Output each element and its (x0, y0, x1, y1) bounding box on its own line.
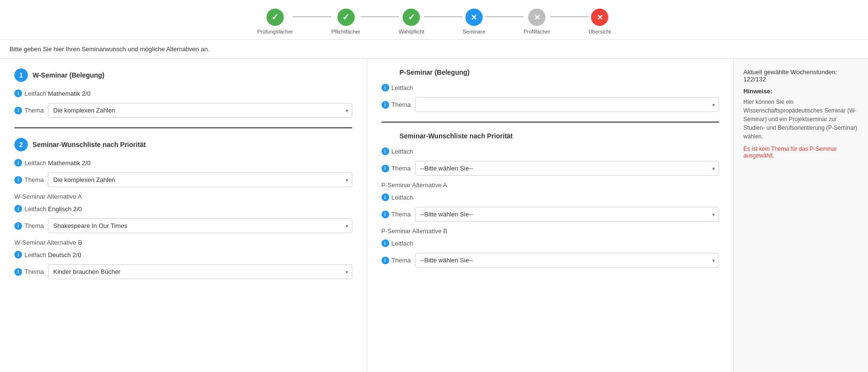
p-wunsch-thema-dropdown[interactable]: --Bitte wählen Sie-- ▾ (415, 161, 719, 176)
w-seminar-belegung-title: W-Seminar (Belegung) (33, 71, 104, 79)
w-alt-b-leitfach-value: Deutsch 2/0 (48, 251, 81, 259)
w-alt-a-thema-row: i Thema Shakespeare In Our Times ▾ (14, 218, 352, 233)
progress-bar: Prüfungsfächer Pflichtfächer Wahlpflicht… (0, 0, 868, 40)
connector-3 (424, 16, 463, 17)
step-circle-pruefungsfaecher (266, 9, 284, 26)
right-column: P-Seminar (Belegung) i Leitfach i Thema … (367, 59, 734, 372)
info-icon-w-leitfach[interactable]: i (14, 90, 22, 97)
w-alt-a-thema-select[interactable]: Shakespeare In Our Times (48, 218, 352, 233)
section-number-1: 1 (14, 68, 28, 82)
p-wunsch-thema-label: i Thema (382, 165, 415, 172)
info-icon-p-alta-leitfach[interactable]: i (382, 193, 389, 201)
check-icon-2 (342, 12, 349, 23)
info-icon-w-alta-thema[interactable]: i (14, 222, 22, 230)
p-alt-b-thema-select[interactable]: --Bitte wählen Sie-- (415, 253, 719, 268)
p-alt-b-leitfach-label: i Leitfach (382, 239, 415, 247)
w-alt-a-leitfach-value: Englisch 2/0 (48, 205, 82, 213)
sidebar-hours: Aktuell gewählte Wochenstunden: 122/132 (743, 68, 858, 83)
p-belegung-thema-label: i Thema (382, 101, 415, 109)
p-alt-a-leitfach-label: i Leitfach (382, 193, 415, 201)
step-label-profilfaecher: Profilfächer (523, 29, 550, 34)
w-belegung-leitfach-label: i Leitfach (14, 90, 48, 97)
w-belegung-thema-dropdown[interactable]: Die komplexen Zahlen ▾ (48, 103, 352, 118)
step-pflichtfaecher[interactable]: Pflichtfächer (331, 9, 360, 34)
p-alt-b-thema-dropdown[interactable]: --Bitte wählen Sie-- ▾ (415, 253, 719, 268)
p-wunsch-leitfach-row: i Leitfach (382, 147, 719, 155)
w-wunsch-title: Seminar-Wunschliste nach Priorität (33, 141, 146, 148)
section-divider-left-1 (14, 127, 352, 128)
p-alt-b-leitfach-row: i Leitfach (382, 239, 719, 247)
w-alt-b-thema-row: i Thema Kinder brauchen Bücher ▾ (14, 264, 352, 279)
info-icon-p-alta-thema[interactable]: i (382, 211, 389, 218)
check-icon (271, 12, 278, 23)
w-alt-a-thema-dropdown[interactable]: Shakespeare In Our Times ▾ (48, 218, 352, 233)
w-alt-a-title: W-Seminar Alternative A (14, 193, 352, 200)
check-icon-3 (408, 12, 415, 23)
w-alt-b-leitfach-label: i Leitfach (14, 251, 48, 259)
step-profilfaecher[interactable]: Profilfächer (523, 9, 550, 34)
instruction-bar: Bitte geben Sie hier Ihren Seminarwunsch… (0, 40, 868, 59)
w-alt-b-leitfach-row: i Leitfach Deutsch 2/0 (14, 251, 352, 259)
p-alt-a-thema-select[interactable]: --Bitte wählen Sie-- (415, 207, 719, 222)
w-wunsch-thema-dropdown[interactable]: Die komplexen Zahlen ▾ (48, 172, 352, 187)
sidebar: Aktuell gewählte Wochenstunden: 122/132 … (734, 59, 868, 372)
info-icon-w-altb-thema[interactable]: i (14, 268, 22, 276)
p-belegung-thema-dropdown[interactable]: ▾ (415, 97, 719, 112)
step-wahlpflicht[interactable]: Wahlpflicht (399, 9, 424, 34)
step-uebersicht[interactable]: Übersicht (589, 9, 611, 34)
w-wunsch-leitfach-label: i Leitfach (14, 159, 48, 167)
step-seminare[interactable]: Seminare (463, 9, 485, 34)
x-icon-3 (597, 12, 603, 23)
p-alt-a-thema-label: i Thema (382, 211, 415, 218)
w-alt-a-leitfach-label: i Leitfach (14, 205, 48, 213)
w-alt-a-leitfach-row: i Leitfach Englisch 2/0 (14, 205, 352, 213)
p-belegung-thema-select[interactable] (415, 97, 719, 112)
info-icon-p-leitfach[interactable]: i (382, 84, 389, 91)
section-divider-right-1 (382, 122, 719, 123)
x-icon-2 (534, 12, 540, 23)
w-wunsch-leitfach-value: Mathematik 2/0 (48, 159, 91, 167)
p-wunsch-thema-select[interactable]: --Bitte wählen Sie-- (415, 161, 719, 176)
p-alt-a-thema-dropdown[interactable]: --Bitte wählen Sie-- ▾ (415, 207, 719, 222)
w-alt-b-thema-dropdown[interactable]: Kinder brauchen Bücher ▾ (48, 264, 352, 279)
w-belegung-leitfach-row: i Leitfach Mathematik 2/0 (14, 90, 352, 97)
step-circle-uebersicht (591, 9, 608, 26)
step-label-pruefungsfaecher: Prüfungsfächer (257, 29, 293, 34)
info-icon-p-wunsch-thema[interactable]: i (382, 165, 389, 172)
w-wunsch-thema-label: i Thema (14, 176, 48, 184)
info-icon-p-wunsch-leitfach[interactable]: i (382, 147, 389, 155)
connector-1 (293, 16, 331, 17)
p-wunsch-title: Seminar-Wunschliste nach Priorität (382, 132, 719, 140)
w-seminar-belegung-header: 1 W-Seminar (Belegung) (14, 68, 352, 82)
info-icon-w-wunsch-leitfach[interactable]: i (14, 159, 22, 167)
step-label-uebersicht: Übersicht (589, 29, 611, 34)
p-alt-a-title: P-Seminar Alternative A (382, 181, 719, 189)
info-icon-w-wunsch-thema[interactable]: i (14, 176, 22, 184)
info-icon-p-altb-leitfach[interactable]: i (382, 239, 389, 247)
w-alt-b-thema-select[interactable]: Kinder brauchen Bücher (48, 264, 352, 279)
info-icon-p-thema[interactable]: i (382, 101, 389, 109)
main-content: 1 W-Seminar (Belegung) i Leitfach Mathem… (0, 59, 868, 372)
w-belegung-thema-row: i Thema Die komplexen Zahlen ▾ (14, 103, 352, 118)
p-belegung-thema-row: i Thema ▾ (382, 97, 719, 112)
info-icon-p-altb-thema[interactable]: i (382, 257, 389, 264)
step-pruefungsfaecher[interactable]: Prüfungsfächer (257, 9, 293, 34)
info-icon-w-altb-leitfach[interactable]: i (14, 251, 22, 259)
w-wunsch-thema-row: i Thema Die komplexen Zahlen ▾ (14, 172, 352, 187)
info-icon-w-thema[interactable]: i (14, 107, 22, 114)
p-alt-b-thema-label: i Thema (382, 257, 415, 264)
w-belegung-thema-select[interactable]: Die komplexen Zahlen (48, 103, 352, 118)
connector-4 (485, 16, 523, 17)
p-seminar-belegung-title: P-Seminar (Belegung) (382, 68, 719, 76)
p-belegung-leitfach-label: i Leitfach (382, 84, 415, 91)
info-icon-w-alta-leitfach[interactable]: i (14, 205, 22, 213)
step-label-wahlpflicht: Wahlpflicht (399, 29, 424, 34)
w-wunsch-thema-select[interactable]: Die komplexen Zahlen (48, 172, 352, 187)
connector-5 (550, 16, 589, 17)
p-alt-a-leitfach-row: i Leitfach (382, 193, 719, 201)
w-alt-b-thema-label: i Thema (14, 268, 48, 276)
w-alt-b-title: W-Seminar Alternative B (14, 239, 352, 246)
section-number-2: 2 (14, 138, 28, 151)
p-belegung-leitfach-row: i Leitfach (382, 84, 719, 91)
step-circle-pflichtfaecher (337, 9, 355, 26)
